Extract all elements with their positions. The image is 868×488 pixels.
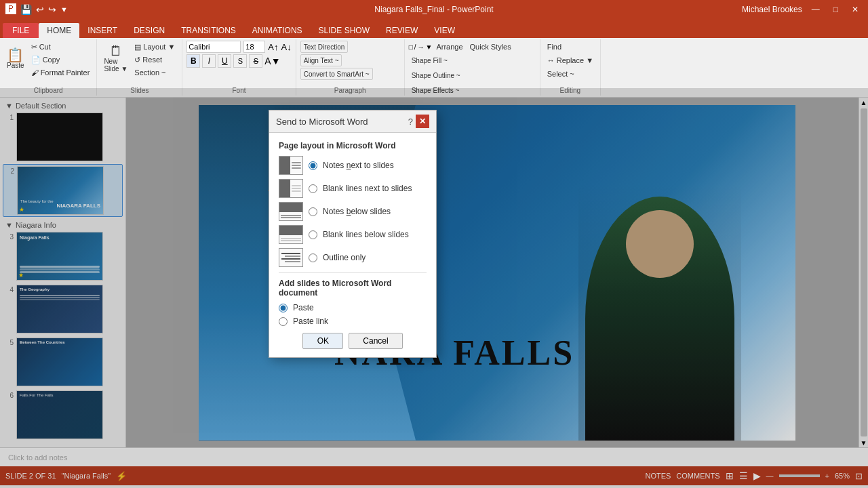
layout-icon-1: [279, 156, 303, 175]
format-painter-button[interactable]: 🖌 Format Painter: [28, 66, 93, 79]
clipboard-buttons: 📋 Paste ✂ Cut 📄 Copy 🖌 Format Painter: [4, 41, 92, 85]
italic-button[interactable]: I: [202, 54, 216, 68]
clipboard-col: ✂ Cut 📄 Copy 🖌 Format Painter: [28, 41, 93, 79]
shape-more[interactable]: ▼: [426, 43, 433, 51]
font-color-button[interactable]: A▼: [264, 56, 280, 66]
font-shrink-button[interactable]: A↓: [281, 42, 292, 52]
dialog-divider: [279, 272, 427, 273]
text-direction-button[interactable]: Text Direction: [300, 41, 349, 53]
label-notes-below[interactable]: Notes below slides: [323, 207, 391, 216]
paragraph-group: Text Direction Align Text ~ Convert to S…: [296, 39, 405, 96]
radio-notes-below[interactable]: [309, 207, 317, 216]
radio-notes-next[interactable]: [309, 161, 317, 170]
radio-blank-next[interactable]: [309, 184, 317, 193]
ok-button[interactable]: OK: [302, 333, 343, 349]
para-row2: Align Text ~: [300, 54, 342, 66]
label-notes-next[interactable]: Notes next to slides: [323, 161, 394, 170]
cut-button[interactable]: ✂ Cut: [28, 41, 93, 53]
font-content: A↑ A↓ B I U S S A▼: [186, 41, 291, 85]
close-button[interactable]: ✕: [848, 5, 863, 14]
paste-option-2: Paste link: [279, 317, 427, 326]
label-paste-link[interactable]: Paste link: [293, 317, 328, 326]
tab-view[interactable]: VIEW: [426, 23, 463, 38]
tab-animations[interactable]: ANIMATIONS: [244, 23, 311, 38]
quick-redo[interactable]: ↪: [48, 4, 56, 15]
drawing-group: □ / → ▼ Arrange Quick Styles Shape Fill …: [405, 39, 540, 96]
para-row1: Text Direction: [300, 41, 349, 53]
dialog-close-button[interactable]: ✕: [416, 115, 429, 128]
user-name: Michael Brookes: [742, 5, 802, 14]
layout-option-2: Blank lines next to slides: [279, 179, 427, 198]
label-blank-next[interactable]: Blank lines next to slides: [323, 184, 412, 193]
para-row3: Convert to SmartArt ~: [300, 68, 373, 80]
dialog-buttons: OK Cancel: [279, 333, 427, 349]
tab-review[interactable]: REVIEW: [378, 23, 426, 38]
ribbon-tabs: FILE HOME INSERT DESIGN TRANSITIONS ANIM…: [0, 19, 868, 38]
reset-button[interactable]: ↺ Reset: [132, 54, 178, 66]
cancel-button[interactable]: Cancel: [349, 333, 402, 349]
shape-outline-button[interactable]: Shape Outline ~: [409, 69, 463, 81]
quick-styles-button[interactable]: Quick Styles: [467, 41, 514, 53]
font-grow-button[interactable]: A↑: [268, 42, 278, 52]
bold-button[interactable]: B: [186, 54, 200, 68]
strikethrough-button[interactable]: S: [249, 54, 262, 68]
layout-option-4: Blank lines below slides: [279, 225, 427, 244]
tab-slideshow[interactable]: SLIDE SHOW: [311, 23, 378, 38]
minimize-button[interactable]: —: [808, 5, 824, 14]
find-button[interactable]: Find: [545, 41, 564, 53]
customize-qa[interactable]: ▼: [60, 5, 68, 14]
radio-paste[interactable]: [279, 304, 288, 312]
dialog-body: Page layout in Microsoft Word Notes next…: [269, 133, 436, 357]
quick-save[interactable]: 💾: [20, 4, 32, 15]
slides-group: 🗒 NewSlide ▼ ▤ Layout ▼ ↺ Reset Section …: [97, 39, 182, 96]
tab-design[interactable]: DESIGN: [125, 23, 173, 38]
align-text-button[interactable]: Align Text ~: [300, 54, 342, 66]
font-size-input[interactable]: [243, 41, 265, 53]
paste-section-title: Add slides to Microsoft Word document: [279, 279, 427, 298]
shape-line[interactable]: /: [414, 43, 416, 51]
convert-smartart-button[interactable]: Convert to SmartArt ~: [300, 68, 373, 80]
underline-button[interactable]: U: [218, 54, 231, 68]
copy-button[interactable]: 📄 Copy: [28, 54, 93, 66]
label-blank-below[interactable]: Blank lines below slides: [323, 230, 409, 239]
title-right: Michael Brookes — □ ✕: [742, 5, 863, 14]
shape-arrow[interactable]: →: [418, 43, 425, 51]
layout-option-1: Notes next to slides: [279, 156, 427, 175]
arrange-button[interactable]: Arrange: [433, 41, 465, 53]
font-row2: B I U S S A▼: [186, 54, 280, 68]
label-paste[interactable]: Paste: [293, 303, 314, 312]
new-slide-button[interactable]: 🗒 NewSlide ▼: [101, 41, 130, 76]
select-button[interactable]: Select ~: [545, 68, 577, 80]
layout-option-5: Outline only: [279, 248, 427, 267]
title-left: 🅿 💾 ↩ ↪ ▼: [5, 3, 68, 16]
dialog-overlay: Send to Microsoft Word ? ✕ Page layout i…: [0, 88, 868, 488]
quick-undo[interactable]: ↩: [36, 4, 44, 15]
radio-blank-below[interactable]: [309, 230, 317, 239]
paste-button[interactable]: 📋 Paste: [4, 41, 27, 76]
maximize-button[interactable]: □: [829, 5, 842, 14]
tab-insert[interactable]: INSERT: [79, 23, 125, 38]
section-button[interactable]: Section ~: [132, 66, 178, 79]
shadow-button[interactable]: S: [233, 54, 247, 68]
label-outline[interactable]: Outline only: [323, 253, 366, 262]
layout-button[interactable]: ▤ Layout ▼: [132, 41, 178, 53]
app-icon: 🅿: [5, 3, 16, 16]
shape-fill-button[interactable]: Shape Fill ~: [409, 54, 463, 66]
replace-button[interactable]: ↔ Replace ▼: [545, 54, 596, 66]
layout-section-title: Page layout in Microsoft Word: [279, 141, 427, 150]
clipboard-group: 📋 Paste ✂ Cut 📄 Copy 🖌 Format Painter Cl…: [0, 39, 97, 96]
shapes-row: □ / → ▼: [409, 43, 433, 51]
tab-home[interactable]: HOME: [39, 23, 79, 38]
radio-outline[interactable]: [309, 253, 317, 262]
radio-paste-link[interactable]: [279, 317, 288, 326]
dialog-controls: ? ✕: [403, 115, 429, 128]
tab-transitions[interactable]: TRANSITIONS: [173, 23, 244, 38]
shape-rect[interactable]: □: [409, 43, 413, 51]
paste-icon: 📋: [7, 48, 24, 62]
dialog-titlebar: Send to Microsoft Word ? ✕: [269, 110, 436, 133]
font-family-input[interactable]: [186, 41, 241, 53]
tab-file[interactable]: FILE: [3, 23, 39, 38]
font-row1: A↑ A↓: [186, 41, 291, 53]
editing-content: Find ↔ Replace ▼ Select ~: [545, 41, 596, 85]
dialog-help-button[interactable]: ?: [408, 117, 413, 127]
